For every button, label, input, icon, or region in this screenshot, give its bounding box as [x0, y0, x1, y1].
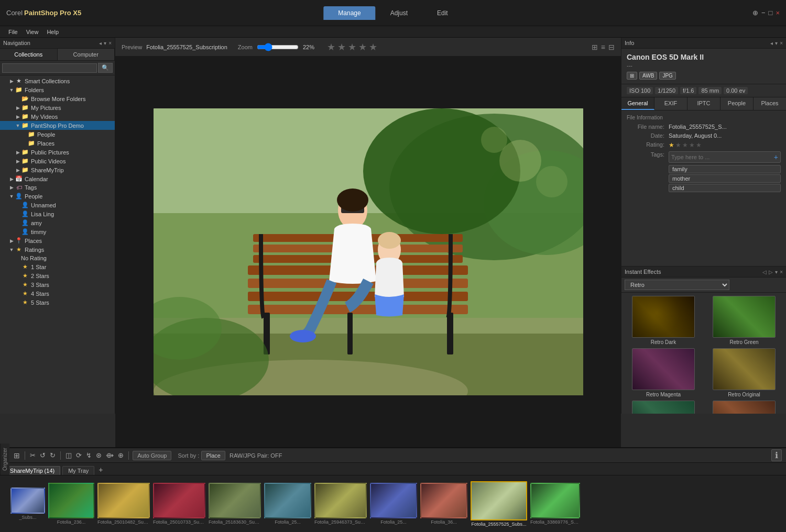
minimize-icon[interactable]: − [761, 9, 766, 17]
filmstrip-icon-9[interactable]: ⊛ [95, 450, 103, 460]
info-close-icon[interactable]: × [780, 40, 783, 46]
info-tab-people[interactable]: People [720, 97, 754, 110]
star-2[interactable]: ★ [337, 41, 346, 53]
filmstrip-icon-8[interactable]: ↯ [85, 450, 93, 460]
menu-help[interactable]: Help [42, 28, 63, 36]
effect-item-retro-magenta[interactable]: Retro Magenta [625, 348, 702, 397]
effect-item-retro-process2[interactable]: Retro Process2 [705, 401, 783, 414]
info-icon[interactable]: ℹ [771, 449, 782, 461]
tree-item-public-videos[interactable]: ▶ 📁 Public Videos [0, 157, 115, 165]
tags-input[interactable] [671, 154, 774, 160]
info-tab-places[interactable]: Places [754, 97, 786, 110]
star-3[interactable]: ★ [348, 41, 356, 53]
tree-item-sharemytrip[interactable]: ▶ 📁 ShareMyTrip [0, 165, 115, 174]
nav-tab-computer[interactable]: Computer [58, 49, 115, 60]
filmstrip-icon-3[interactable]: ✂ [29, 450, 37, 460]
tree-item-my-pictures[interactable]: ▶ 📁 My Pictures [0, 103, 115, 112]
nav-pin-icon[interactable]: ◂ [99, 40, 102, 46]
tree-item-1star[interactable]: ★ 1 Star [0, 262, 115, 271]
rating-star-5[interactable]: ★ [696, 141, 702, 149]
auto-group-button[interactable]: Auto Group [133, 451, 171, 460]
organizer-vertical-tab[interactable]: Organizer [0, 444, 9, 475]
thumb-item-5[interactable]: Fotolia_25... [264, 483, 311, 525]
thumb-item-8[interactable]: Fotolia_36... [420, 483, 467, 525]
prev-grid-icon[interactable]: ⊞ [592, 43, 598, 51]
tree-item-tags[interactable]: ▶ 🏷 Tags [0, 183, 115, 192]
effects-close-icon[interactable]: × [780, 269, 783, 275]
filmstrip-icon-10[interactable]: ⟴ [105, 450, 115, 460]
star-1[interactable]: ★ [327, 41, 335, 53]
tree-item-4stars[interactable]: ★ 4 Stars [0, 289, 115, 298]
filmstrip-icon-4[interactable]: ↺ [39, 450, 47, 460]
close-icon[interactable]: × [776, 9, 780, 17]
tree-item-3stars[interactable]: ★ 3 Stars [0, 280, 115, 289]
tree-item-5stars[interactable]: ★ 5 Stars [0, 298, 115, 307]
tree-item-folders[interactable]: ▼ 📁 Folders [0, 85, 115, 94]
nav-tab-collections[interactable]: Collections [0, 49, 58, 60]
info-tab-general[interactable]: General [621, 97, 654, 110]
prev-list-icon[interactable]: ≡ [601, 43, 605, 51]
filmstrip-icon-2[interactable]: ⊞ [13, 450, 21, 461]
tree-item-unnamed[interactable]: 👤 Unnamed [0, 201, 115, 209]
filmstrip-icon-6[interactable]: ◫ [64, 450, 73, 460]
tree-item-timmy[interactable]: 👤 timmy [0, 227, 115, 236]
thumb-item-0[interactable]: _Subs... [10, 487, 45, 520]
filmstrip-tab-mytray[interactable]: My Tray [62, 466, 94, 475]
effect-item-retro-green[interactable]: Retro Green [705, 296, 783, 345]
effects-menu-icon[interactable]: ▾ [775, 269, 778, 275]
thumb-item-7[interactable]: Fotolia_25... [370, 483, 417, 525]
sort-button[interactable]: Place [201, 451, 225, 460]
tree-item-no-rating[interactable]: No Rating [0, 254, 115, 262]
menu-file[interactable]: File [4, 28, 22, 36]
effect-item-retro-original[interactable]: Retro Original [705, 348, 783, 397]
tab-adjust[interactable]: Adjust [376, 6, 422, 20]
nav-close-icon[interactable]: × [108, 40, 112, 46]
tree-item-smart-collections[interactable]: ▶ ★ Smart Collections [0, 76, 115, 85]
thumb-item-1[interactable]: Fotolia_236... [48, 483, 94, 525]
tab-edit[interactable]: Edit [422, 6, 463, 20]
globe-icon[interactable]: ⊕ [752, 9, 758, 17]
info-tab-exif[interactable]: EXIF [654, 97, 687, 110]
star-4[interactable]: ★ [358, 41, 367, 53]
rating-star-1[interactable]: ★ [669, 141, 674, 149]
effect-item-retro-process1[interactable]: Retro Process1 [625, 401, 702, 414]
tree-item-calendar[interactable]: ▶ 📅 Calendar [0, 174, 115, 183]
thumb-item-2[interactable]: Fotolia_25010482_Subs... [97, 483, 150, 525]
tree-item-amy[interactable]: 👤 amy [0, 218, 115, 227]
tree-item-places[interactable]: ▶ 📍 Places [0, 236, 115, 245]
tree-item-people-folder[interactable]: 📁 People [0, 130, 115, 139]
nav-search-button[interactable]: 🔍 [98, 63, 113, 73]
tree-item-2stars[interactable]: ★ 2 Stars [0, 271, 115, 280]
menu-view[interactable]: View [22, 28, 43, 36]
tree-item-people-group[interactable]: ▼ 👤 People [0, 192, 115, 201]
thumb-item-9[interactable]: Fotolia_25557525_Subs... [471, 481, 527, 527]
thumb-item-6[interactable]: Fotolia_25946373_Subs... [314, 483, 367, 525]
info-pin-icon[interactable]: ◂ [770, 40, 773, 46]
info-tab-iptc[interactable]: IPTC [687, 97, 720, 110]
effects-back-icon[interactable]: ◁ [762, 269, 767, 275]
star-rating[interactable]: ★ ★ ★ ★ ★ [327, 41, 377, 53]
thumb-item-3[interactable]: Fotolia_25010733_Subs... [153, 483, 205, 525]
tree-item-ratings[interactable]: ▼ ★ Ratings [0, 245, 115, 254]
effect-item-retro-dark[interactable]: Retro Dark [625, 296, 702, 345]
rating-star-2[interactable]: ★ [675, 141, 681, 149]
star-5[interactable]: ★ [369, 41, 377, 53]
rating-star-4[interactable]: ★ [689, 141, 695, 149]
nav-search-input[interactable] [2, 63, 97, 73]
effects-category-select[interactable]: Retro [625, 280, 729, 290]
filmstrip-icon-5[interactable]: ↻ [49, 450, 57, 460]
effects-forward-icon[interactable]: ▷ [769, 269, 773, 275]
tree-item-my-videos[interactable]: ▶ 📁 My Videos [0, 112, 115, 121]
filmstrip-tab-sharemytrip[interactable]: ShareMyTrip (14) [4, 466, 60, 475]
filmstrip-icon-7[interactable]: ⟳ [75, 450, 83, 460]
nav-menu-icon[interactable]: ▾ [104, 40, 106, 46]
rating-stars[interactable]: ★ ★ ★ ★ ★ [669, 141, 702, 149]
info-menu-icon[interactable]: ▾ [775, 40, 778, 46]
tree-item-browse[interactable]: 📂 Browse More Folders [0, 94, 115, 103]
thumb-item-10[interactable]: Fotolia_33869776_Sc... [530, 483, 580, 525]
zoom-slider[interactable] [257, 43, 299, 51]
thumb-item-4[interactable]: Fotolia_25183630_Subs... [209, 483, 261, 525]
add-tag-icon[interactable]: + [774, 153, 778, 161]
tree-item-public-pictures[interactable]: ▶ 📁 Public Pictures [0, 148, 115, 157]
maximize-icon[interactable]: □ [769, 9, 773, 17]
